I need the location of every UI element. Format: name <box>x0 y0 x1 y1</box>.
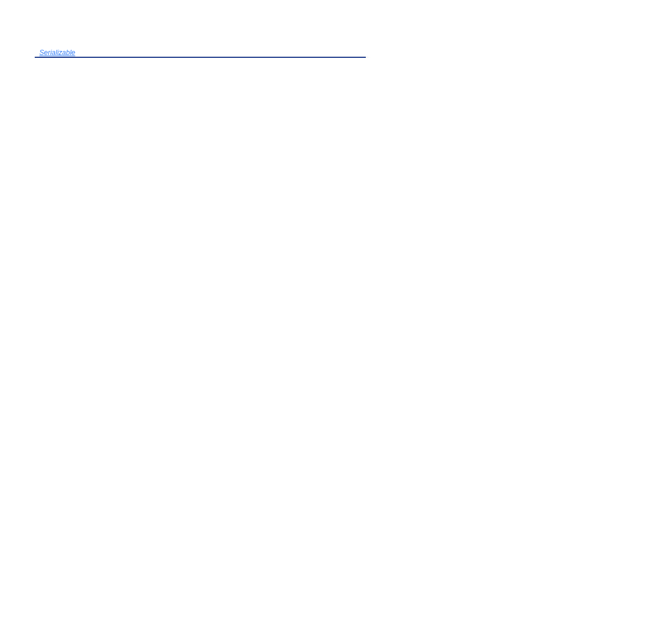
class-box-property-change-support: PropertyChangeSupportPropertyChangeSuppo… <box>35 57 366 58</box>
stereotype-label: Serializable <box>39 49 75 57</box>
